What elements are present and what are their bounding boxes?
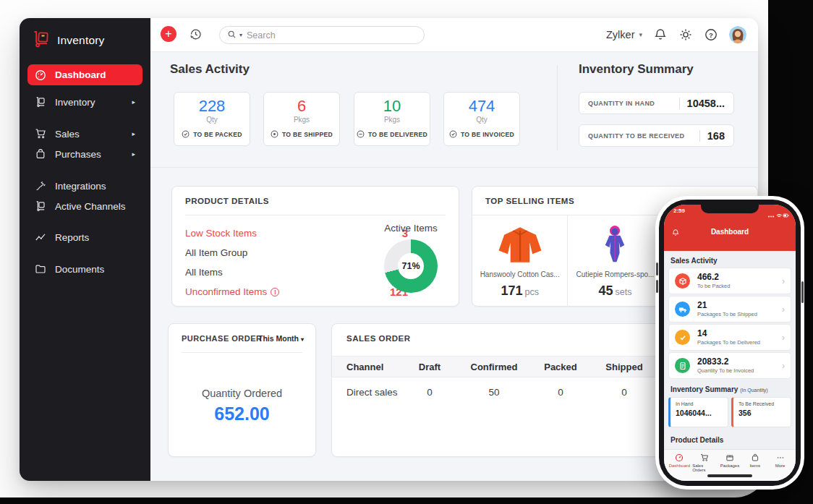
period-value: This Month (258, 334, 299, 343)
phone-card-value: 21 (697, 301, 757, 310)
phone-to-be-delivered-card[interactable]: 14 Packages To be Delivered › (668, 324, 791, 351)
all-item-group-label: All Item Group (185, 247, 247, 258)
settings-gear-icon[interactable] (678, 27, 693, 42)
help-icon[interactable]: ? (704, 27, 718, 42)
chevron-down-icon: ▾ (639, 31, 642, 38)
phone-inventory-summary-title: Inventory Summary (In Quantity) (671, 385, 768, 393)
purchase-order-period-dropdown[interactable]: This Month▾ (258, 334, 304, 343)
to-be-packed-value: 228 (199, 98, 226, 115)
divider (182, 352, 302, 353)
to-be-delivered-card[interactable]: 10 Pkgs TO BE DELIVERED (354, 92, 430, 146)
section-divider (557, 65, 558, 150)
add-new-button[interactable]: + (161, 26, 176, 42)
unconfirmed-items-label: Unconfirmed Items (185, 286, 267, 297)
to-be-invoiced-value: 474 (469, 98, 495, 115)
sidebar-item-label: Inventory (55, 97, 95, 108)
sidebar-item-label: Integrations (55, 181, 106, 192)
phone-to-be-received-label: To Be Received (738, 401, 791, 406)
cart-icon (700, 453, 709, 462)
to-be-packed-card[interactable]: 228 Qty TO BE PACKED (174, 92, 250, 146)
phone-status-icons (767, 208, 789, 221)
sidebar-item-integrations[interactable]: Integrations (27, 176, 142, 195)
chevron-down-icon: ▾ (301, 336, 304, 343)
handtruck-logo-icon (32, 30, 51, 51)
to-be-shipped-card[interactable]: 6 Pkgs TO BE SHIPPED (263, 92, 340, 146)
sidebar-item-purchases[interactable]: Purchases ▸ (27, 145, 142, 163)
romper-product-image (596, 223, 634, 268)
user-avatar[interactable] (729, 26, 746, 43)
org-name: Zylker (606, 29, 634, 40)
phone-card-label: Packages To be Shipped (697, 311, 757, 317)
inventory-icon (35, 96, 46, 108)
phone-to-be-invoiced-card[interactable]: 20833.2 Quantity To be Invoiced › (668, 352, 791, 379)
item-qty: 45 (599, 283, 613, 298)
reports-icon (35, 231, 46, 243)
quantity-in-hand-box[interactable]: QUANTITY IN HAND 10458... (579, 92, 734, 114)
sales-activity-title: Sales Activity (170, 62, 250, 77)
item-name: Cutiepie Rompers-spo... (576, 270, 655, 278)
sidebar-item-reports[interactable]: Reports (27, 228, 142, 247)
sidebar-item-dashboard[interactable]: Dashboard (27, 64, 142, 85)
sidebar-item-documents[interactable]: Documents (27, 260, 142, 278)
unit-label: Qty (476, 116, 488, 124)
recent-activity-icon[interactable] (188, 27, 203, 42)
chevron-right-icon: ▸ (132, 130, 135, 137)
box-icon (725, 453, 734, 462)
to-be-shipped-value: 6 (297, 98, 306, 115)
quantity-to-be-received-label: QUANTITY TO BE RECEIVED (588, 132, 699, 140)
chevron-right-icon: › (782, 361, 785, 371)
check-icon (675, 330, 690, 345)
top-selling-item[interactable]: Hanswooly Cotton Cas... 171pcs (472, 215, 567, 306)
phone-in-hand-label: In Hand (676, 401, 728, 406)
phone-inventory-summary-subtitle: (In Quantity) (740, 388, 768, 393)
phone-card-label: Packages To be Delivered (697, 339, 760, 346)
search-input[interactable] (247, 30, 417, 40)
col-shipped: Shipped (591, 362, 657, 372)
sidebar-item-sales[interactable]: Sales ▸ (27, 124, 142, 143)
phone-to-be-shipped-card[interactable]: 21 Packages To be Shipped › (668, 296, 791, 323)
sidebar-item-label: Dashboard (55, 69, 106, 80)
bag-icon (751, 453, 759, 462)
cell-draft: 0 (401, 387, 458, 398)
unit-label: Pkgs (294, 116, 310, 124)
phone-notch (701, 205, 759, 213)
circle-check-icon (182, 130, 190, 138)
phone-to-be-packed-card[interactable]: 466.2 To be Packed › (668, 268, 791, 294)
top-selling-item[interactable]: Cutiepie Rompers-spo... 45sets (567, 215, 662, 306)
sidebar-item-label: Active Channels (55, 201, 126, 212)
phone-card-label: Quantity To be Invoiced (697, 367, 754, 374)
active-items-donut-title: Active Items (371, 223, 451, 234)
item-qty: 171 (501, 283, 522, 298)
phone-status-time: 2:59 (673, 208, 685, 214)
package-icon (675, 273, 690, 289)
quantity-to-be-received-box[interactable]: QUANTITY TO BE RECEIVED 168 (579, 124, 734, 147)
item-name: Hanswooly Cotton Cas... (480, 270, 560, 278)
status-label: TO BE PACKED (193, 131, 242, 138)
phone-page-title: Dashboard (664, 228, 796, 236)
bag-icon (35, 148, 46, 160)
phone-product-details-title: Product Details (671, 436, 723, 444)
product-details-card: PRODUCT DETAILS Low Stock Items 3 All It… (171, 186, 459, 307)
phone-in-hand-box[interactable]: In Hand 1046044... (668, 397, 728, 427)
phone-screen: 2:59 Dashboard Sales Activity 466.2 To b… (664, 205, 796, 481)
global-search[interactable]: ▾ (219, 26, 425, 44)
sidebar-item-label: Sales (55, 129, 80, 140)
org-switcher[interactable]: Zylker ▾ (606, 29, 642, 40)
app-name: Inventory (57, 34, 105, 47)
col-confirmed: Confirmed (458, 362, 530, 372)
to-be-invoiced-card[interactable]: 474 Qty TO BE INVOICED (443, 92, 520, 146)
sidebar-item-inventory[interactable]: Inventory ▸ (27, 93, 142, 111)
status-label: TO BE INVOICED (461, 131, 514, 138)
phone-to-be-received-box[interactable]: To Be Received 356 (731, 397, 791, 427)
phone-card-value: 20833.2 (697, 357, 754, 367)
notifications-bell-icon[interactable] (653, 27, 668, 42)
sidebar-item-label: Documents (55, 264, 104, 275)
more-dots-icon (776, 453, 785, 462)
search-scope-caret-icon[interactable]: ▾ (239, 32, 242, 38)
circle-dot-icon (271, 130, 278, 138)
sidebar-item-active-channels[interactable]: Active Channels (27, 197, 142, 215)
info-icon[interactable]: ! (271, 288, 279, 296)
phone-home-indicator[interactable] (707, 474, 752, 477)
chevron-right-icon: ▸ (132, 150, 135, 158)
truck-icon (675, 302, 690, 317)
